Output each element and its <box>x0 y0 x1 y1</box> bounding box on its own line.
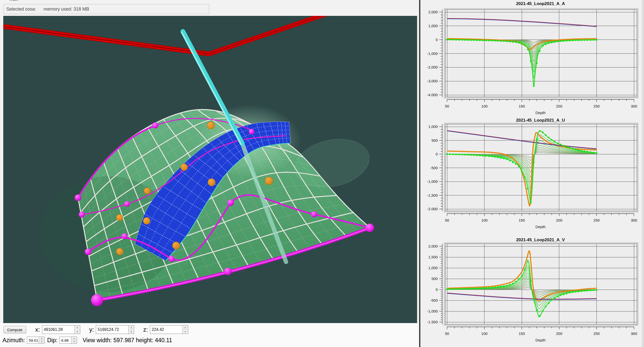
svg-text:250: 250 <box>593 218 600 222</box>
magenta-control-sphere[interactable] <box>152 122 158 128</box>
svg-text:500: 500 <box>431 138 438 143</box>
y-spin-up-icon[interactable]: ▲ <box>129 326 134 330</box>
dip-label: Dip: <box>47 337 57 344</box>
magenta-control-sphere[interactable] <box>75 194 81 201</box>
svg-text:-1,000: -1,000 <box>427 179 438 184</box>
chart-title: 2021-45_Loop2021_A_V <box>516 237 565 242</box>
svg-text:50: 50 <box>445 331 449 336</box>
orange-sample-point[interactable] <box>181 164 188 171</box>
svg-text:-1,500: -1,500 <box>427 193 438 197</box>
dip-spin-up-icon[interactable]: ▲ <box>71 337 77 340</box>
chart-2021-45_Loop2021_A_V: 2021-45_Loop2021_A_V2,0001,5001,0005000-… <box>427 237 638 342</box>
x-axis <box>447 327 634 329</box>
z-input[interactable] <box>150 326 182 334</box>
x-spin-up-icon[interactable]: ▲ <box>75 326 80 330</box>
azimuth-input[interactable] <box>27 337 39 343</box>
magenta-control-sphere[interactable] <box>169 256 175 262</box>
svg-text:50: 50 <box>445 218 449 222</box>
magenta-control-sphere[interactable] <box>124 201 130 207</box>
status-bar: Selected cosa: memory used: 318 MB <box>4 4 209 14</box>
magenta-control-sphere[interactable] <box>79 212 85 218</box>
y-spin-down-icon[interactable]: ▼ <box>129 330 134 334</box>
svg-text:200: 200 <box>556 331 562 336</box>
svg-text:50: 50 <box>445 104 449 108</box>
z-label: z: <box>143 326 148 333</box>
svg-text:250: 250 <box>593 331 600 336</box>
svg-text:-1.500: -1.500 <box>427 320 438 324</box>
x-axis <box>447 99 634 102</box>
svg-text:150: 150 <box>519 331 525 336</box>
orange-sample-point[interactable] <box>116 214 123 221</box>
svg-text:300: 300 <box>631 218 637 222</box>
x-label: x: <box>35 326 40 333</box>
z-spin-up-icon[interactable]: ▲ <box>183 326 188 330</box>
x-field: ▲ ▼ <box>42 325 80 334</box>
magenta-control-sphere[interactable] <box>311 211 317 217</box>
magenta-control-sphere[interactable] <box>122 233 128 239</box>
svg-text:0: 0 <box>436 152 438 156</box>
azimuth-label: Azimuth: <box>3 337 25 344</box>
svg-text:1,000: 1,000 <box>428 24 438 28</box>
svg-text:1,500: 1,500 <box>428 255 438 259</box>
svg-text:-2,000: -2,000 <box>427 65 438 69</box>
viewport-controls: Compute x: ▲ ▼ y: ▲ ▼ z: <box>0 323 420 347</box>
magenta-control-sphere[interactable] <box>249 129 254 134</box>
orange-sample-point[interactable] <box>144 188 150 194</box>
svg-text:100: 100 <box>481 218 488 222</box>
magenta-control-sphere[interactable] <box>227 199 234 206</box>
svg-text:2,000: 2,000 <box>428 10 438 14</box>
azimuth-spinner: ▲ ▼ <box>39 337 44 343</box>
orange-sample-point[interactable] <box>116 248 123 255</box>
orange-sample-point[interactable] <box>172 242 180 249</box>
svg-text:300: 300 <box>631 104 637 108</box>
chart-title: 2021-45_Loop2021_A_A <box>516 1 565 6</box>
y-input[interactable] <box>96 326 128 334</box>
orange-sample-point[interactable] <box>208 179 215 186</box>
svg-text:-500: -500 <box>430 166 438 170</box>
svg-text:1,000: 1,000 <box>428 266 438 270</box>
z-spinner: ▲ ▼ <box>182 326 188 334</box>
magenta-control-sphere[interactable] <box>85 249 91 255</box>
z-field: ▲ ▼ <box>150 325 188 334</box>
orange-sample-point[interactable] <box>207 122 215 129</box>
svg-text:0: 0 <box>436 38 438 42</box>
svg-text:-3,000: -3,000 <box>427 79 438 83</box>
x-axis <box>447 214 634 216</box>
svg-text:300: 300 <box>631 331 637 336</box>
charts-scrollbar[interactable] <box>642 0 644 347</box>
magenta-control-sphere[interactable] <box>224 268 232 275</box>
x-axis-label: Depth <box>535 338 545 342</box>
orange-sample-point[interactable] <box>265 177 273 185</box>
svg-text:1,000: 1,000 <box>428 124 438 129</box>
orange-sample-point[interactable] <box>143 217 150 224</box>
chart-title: 2021-45_Loop2021_A_U <box>516 118 565 123</box>
y-axis <box>439 244 442 324</box>
svg-text:-2.000: -2.000 <box>427 207 438 211</box>
svg-text:-1,000: -1,000 <box>427 51 438 56</box>
viewport-3d[interactable] <box>3 16 417 323</box>
z-spin-down-icon[interactable]: ▼ <box>183 330 188 334</box>
azimuth-spin-up-icon[interactable]: ▲ <box>39 337 44 340</box>
x-input[interactable] <box>42 326 74 334</box>
x-spinner: ▲ ▼ <box>74 326 80 334</box>
svg-text:2,000: 2,000 <box>428 244 438 248</box>
magenta-control-sphere[interactable] <box>366 224 374 232</box>
y-axis <box>439 10 442 97</box>
dip-input[interactable] <box>60 337 71 343</box>
charts-panel: 2021-45_Loop2021_A_A2,0001,0000-1,000-2,… <box>420 0 644 347</box>
svg-text:-1,000: -1,000 <box>427 309 438 313</box>
x-spin-down-icon[interactable]: ▼ <box>75 330 80 334</box>
view-dimensions-label: View width: 597.987 height: 440.11 <box>83 337 172 344</box>
y-spinner: ▲ ▼ <box>128 326 134 334</box>
azimuth-spin-down-icon[interactable]: ▼ <box>39 340 44 344</box>
chart-2021-45_Loop2021_A_U: 2021-45_Loop2021_A_U1,0005000-500-1,000-… <box>427 118 638 229</box>
compute-button[interactable]: Compute <box>4 326 26 333</box>
svg-text:200: 200 <box>556 104 562 108</box>
svg-text:-500: -500 <box>430 298 438 302</box>
magenta-control-sphere[interactable] <box>91 294 103 306</box>
svg-text:150: 150 <box>519 104 525 108</box>
memory-used-label: memory used: 318 MB <box>44 7 89 12</box>
dip-spin-down-icon[interactable]: ▼ <box>71 340 77 344</box>
y-axis <box>439 124 442 211</box>
x-axis-label: Depth <box>535 111 545 115</box>
